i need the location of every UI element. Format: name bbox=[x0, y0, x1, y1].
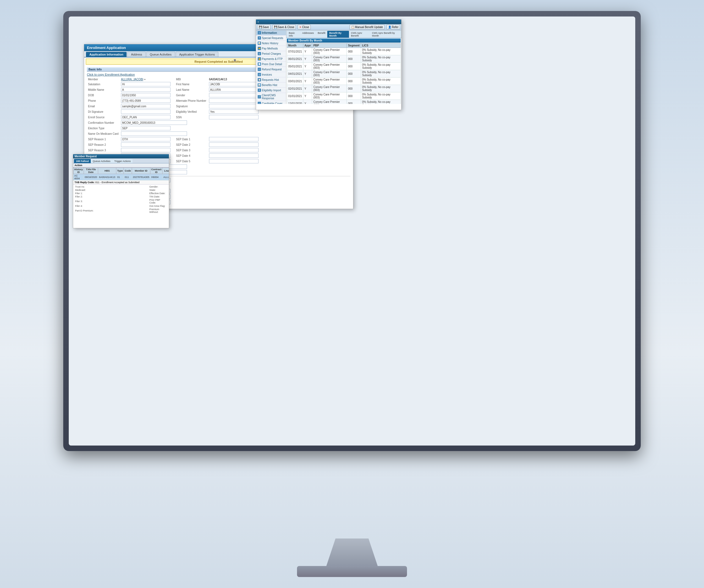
tab-benefit[interactable]: Benefit bbox=[316, 31, 327, 38]
save-close-button[interactable]: 💾 Save & Close bbox=[272, 25, 296, 30]
benefit-table-row[interactable]: 03/01/2021YConvey Care Premier (003)0000… bbox=[287, 77, 401, 85]
premium-without-label: Premium Without: bbox=[149, 208, 168, 213]
nav-client-cms[interactable]: 🔗 Client/CMS Response bbox=[256, 93, 286, 101]
first-name-input[interactable] bbox=[209, 82, 258, 86]
part-d-premium-label: Part-D Premium: bbox=[74, 208, 99, 213]
salutation-label: Salutation bbox=[87, 81, 120, 87]
col-type: Type bbox=[116, 168, 124, 174]
benefit-table-row[interactable]: 07/01/2021YConvey Care Premier (003)0000… bbox=[287, 48, 401, 55]
tab-queue-activities[interactable]: Queue Activities bbox=[146, 52, 175, 57]
sep-date3-label: SEP Date 3 bbox=[175, 148, 208, 153]
part-d-premium-value bbox=[99, 208, 149, 213]
nav-refund[interactable]: ↩ Refund Request bbox=[256, 67, 286, 72]
benefit-table-row[interactable]: 02/01/2021YConvey Care Premier (003)0000… bbox=[287, 85, 401, 93]
tab-address[interactable]: Address bbox=[127, 52, 145, 57]
mr-title-bar: Member Request bbox=[73, 154, 169, 159]
col-code: Code bbox=[124, 168, 132, 174]
edit-icon[interactable]: ✏ bbox=[144, 78, 146, 81]
action-label: Action bbox=[74, 164, 82, 167]
sep-reason1-input[interactable] bbox=[121, 137, 171, 141]
election-type-label: Election Type bbox=[87, 125, 120, 131]
benefit-table-row[interactable]: 05/01/2021YConvey Care Premier (003)0000… bbox=[287, 63, 401, 70]
name-medicare-label: Name On Medicare Card bbox=[87, 131, 120, 136]
col-segment: Segment bbox=[347, 44, 361, 48]
sep-date3-input[interactable] bbox=[209, 148, 258, 152]
elig-icon: ⬇ bbox=[258, 89, 261, 92]
last-name-input[interactable] bbox=[209, 87, 258, 92]
sep-reason2-input[interactable] bbox=[121, 142, 171, 147]
filer3-label: Filer 3: bbox=[74, 198, 99, 204]
tab-cms-aprv-month[interactable]: CMS Aprv Benefit by Month bbox=[370, 31, 401, 38]
manual-benefit-button[interactable]: 📋 Manual Benefit Update bbox=[350, 25, 385, 30]
sep-reason3-input[interactable] bbox=[121, 148, 171, 152]
col-pbp: PBP bbox=[312, 44, 347, 48]
dt-signature-input[interactable] bbox=[121, 110, 171, 114]
name-medicare-input[interactable] bbox=[121, 131, 187, 136]
close-icon: ✕ bbox=[299, 25, 301, 28]
save-close-label: Save & Close bbox=[278, 25, 295, 28]
manual-benefit-icon: 📋 bbox=[351, 25, 354, 28]
save-button[interactable]: 💾 Save bbox=[257, 25, 271, 30]
sep-date1-input[interactable] bbox=[209, 137, 258, 141]
dob-input[interactable] bbox=[121, 93, 171, 97]
mr-tab-188[interactable]: 188 Fallout bbox=[74, 159, 91, 163]
sep-date5-label: SEP Date 5 bbox=[175, 159, 208, 164]
col-lics: LICS bbox=[361, 44, 400, 48]
nav-pay-methods[interactable]: 💳 Pay Methods bbox=[256, 46, 286, 51]
tin-date-label: TIN Date: bbox=[149, 195, 168, 198]
sep-date4-input[interactable] bbox=[209, 154, 258, 158]
sep-reason3-label: SEP Reason 3 bbox=[87, 148, 120, 153]
eligibility-label: Eligibility Verified bbox=[175, 109, 208, 114]
nav-prem-due[interactable]: 📄 Prem Due Detail bbox=[256, 62, 286, 67]
nav-notes-history[interactable]: 📝 Notes History bbox=[256, 41, 286, 46]
pay-icon: 💳 bbox=[258, 47, 261, 50]
invoices-icon: 🗒 bbox=[258, 73, 261, 76]
tab-app-trigger[interactable]: Application Trigger Actions bbox=[176, 52, 219, 57]
benefit-table-row[interactable]: 04/01/2021YConvey Care Premier (003)0000… bbox=[287, 70, 401, 77]
refer-button[interactable]: 👤 Refer bbox=[387, 25, 400, 30]
nav-information[interactable]: i Information bbox=[256, 30, 286, 36]
benefit-table-row[interactable]: 06/01/2021YConvey Care Premier (003)0000… bbox=[287, 55, 401, 63]
election-type-input[interactable] bbox=[121, 126, 171, 130]
sep-date5-input[interactable] bbox=[209, 159, 258, 163]
filer3-value bbox=[99, 198, 149, 204]
member-link[interactable]: ALLURA, JACOBI bbox=[121, 78, 143, 81]
tab-benefit-by-month[interactable]: Benefit By Month bbox=[327, 31, 349, 38]
alt-phone-input[interactable] bbox=[209, 99, 258, 103]
signature-input[interactable] bbox=[209, 104, 258, 108]
nav-creditable[interactable]: ✓ Creditable Cover bbox=[256, 101, 286, 104]
mr-tab-trigger[interactable]: Trigger Actions bbox=[113, 159, 133, 163]
middle-name-input[interactable] bbox=[121, 87, 171, 92]
benefit-table-row[interactable]: 12/01/2020YConvey Care Premier (003)0000… bbox=[287, 100, 401, 104]
sep-date2-input[interactable] bbox=[209, 142, 258, 147]
nav-payments[interactable]: 💰 Payments & FTP bbox=[256, 56, 286, 62]
enroll-source-input[interactable] bbox=[121, 115, 171, 119]
nav-benefits-hist[interactable]: 📊 Benefits Hist bbox=[256, 82, 286, 88]
tab-basic-info[interactable]: Basic Info bbox=[287, 31, 300, 38]
col-history-id: History ID bbox=[73, 168, 84, 174]
member-value[interactable]: ALLURA, JACOBI ✏ bbox=[120, 77, 175, 81]
nav-special-requests[interactable]: ✦ Special Requests bbox=[256, 36, 286, 41]
ssn-input[interactable] bbox=[209, 115, 258, 119]
benefit-table-row[interactable]: 01/01/2021YConvey Care Premier (003)0000… bbox=[287, 93, 401, 100]
col-hbs: HBS bbox=[98, 168, 116, 174]
nav-eligibility[interactable]: ⬇ Eligibility Import bbox=[256, 88, 286, 93]
tab-addresses[interactable]: Addresses bbox=[300, 31, 316, 38]
email-input[interactable] bbox=[121, 104, 171, 108]
charges-icon: $ bbox=[258, 52, 261, 55]
col-contract-id: Contract ID bbox=[151, 168, 163, 174]
mr-table-row[interactable]: AC 4004 09/16/2020 6A00A01AK13 01 011 20… bbox=[73, 174, 169, 180]
nav-period-charges[interactable]: $ Period Charges bbox=[256, 51, 286, 56]
nav-invoices[interactable]: 🗒 Invoices bbox=[256, 72, 286, 77]
save-close-icon: 💾 bbox=[274, 25, 277, 28]
eligibility-input[interactable] bbox=[209, 110, 258, 114]
confirmation-input[interactable] bbox=[121, 120, 187, 125]
gender-input[interactable] bbox=[209, 93, 258, 97]
tab-cms-aprv[interactable]: CMS Aprv Benefit bbox=[349, 31, 370, 38]
nav-requests-hist[interactable]: 📋 Requests Hist bbox=[256, 77, 286, 82]
tab-application-info[interactable]: Application Information bbox=[86, 52, 127, 57]
close-button[interactable]: ✕ Close bbox=[298, 25, 311, 30]
phone-input[interactable] bbox=[121, 99, 171, 103]
mr-tab-queue[interactable]: Queue Activities bbox=[91, 159, 113, 163]
salutation-input[interactable] bbox=[121, 82, 171, 86]
